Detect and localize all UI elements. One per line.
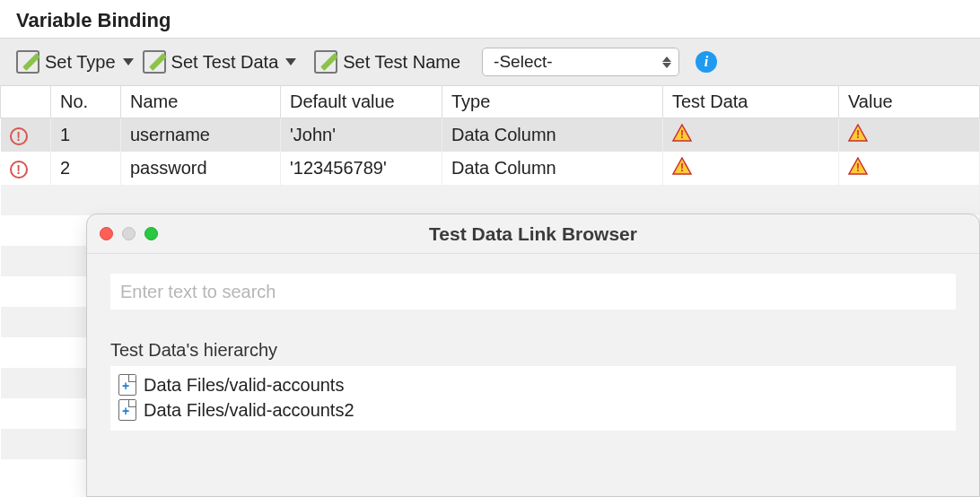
test-name-select[interactable]: -Select- [482,48,679,76]
set-test-name-label: Set Test Name [343,52,460,73]
cell-name: username [121,118,281,153]
chevron-down-icon [123,58,134,65]
col-default[interactable]: Default value [281,86,442,118]
svg-text:!: ! [680,161,684,174]
col-name[interactable]: Name [121,86,281,118]
tree-item[interactable]: Data Files/valid-accounts [118,372,948,397]
cell-default: '123456789' [281,152,442,185]
tree-item[interactable]: Data Files/valid-accounts2 [118,397,948,423]
test-data-link-browser-dialog: Test Data Link Browser Enter text to sea… [86,214,980,497]
cell-value[interactable]: ! [839,118,980,153]
chevron-down-icon [285,58,296,65]
set-test-data-label: Set Test Data [171,52,279,73]
hierarchy-label: Test Data's hierarchy [110,340,956,361]
svg-text:!: ! [680,128,684,141]
updown-icon [662,57,671,68]
set-test-data-button[interactable]: Set Test Data [143,50,297,74]
cell-value[interactable]: ! [839,152,980,185]
data-file-icon [118,374,136,396]
warning-icon: ! [672,124,692,142]
test-data-tree: Data Files/valid-accounts Data Files/val… [110,366,956,431]
svg-text:!: ! [856,161,860,174]
dialog-titlebar[interactable]: Test Data Link Browser [87,214,979,254]
set-type-button[interactable]: Set Type [16,50,134,74]
pencil-icon [143,50,166,74]
svg-text:!: ! [856,128,860,141]
cell-no: 1 [51,118,121,153]
info-icon[interactable]: i [696,51,717,73]
dialog-title: Test Data Link Browser [87,223,979,245]
col-testdata[interactable]: Test Data [663,86,839,118]
cell-testdata[interactable]: ! [663,118,839,153]
pencil-icon [16,50,39,74]
tree-item-label: Data Files/valid-accounts2 [144,400,354,421]
toolbar: Set Type Set Test Data Set Test Name -Se… [0,38,980,86]
table-row[interactable]: ! 1 username 'John' Data Column ! ! [1,118,980,153]
cell-default: 'John' [281,118,442,153]
error-icon: ! [10,127,28,145]
warning-icon: ! [848,124,868,142]
col-no[interactable]: No. [51,86,121,118]
cell-no: 2 [51,152,121,185]
select-value: -Select- [494,52,552,72]
table-row[interactable]: ! 2 password '123456789' Data Column ! ! [1,152,980,185]
warning-icon: ! [848,157,868,175]
data-file-icon [118,399,136,421]
cell-testdata[interactable]: ! [663,152,839,185]
cell-type: Data Column [442,118,663,153]
error-icon: ! [10,161,28,179]
cell-type: Data Column [442,152,663,185]
warning-icon: ! [672,157,692,175]
tree-item-label: Data Files/valid-accounts [144,375,344,396]
section-title: Variable Binding [0,0,980,38]
col-value[interactable]: Value [839,86,980,118]
col-type[interactable]: Type [442,86,663,118]
pencil-icon [314,50,337,74]
cell-name: password [121,152,281,185]
set-type-label: Set Type [45,52,116,73]
set-test-name-button[interactable]: Set Test Name [314,50,460,74]
search-input[interactable]: Enter text to search [110,274,956,310]
